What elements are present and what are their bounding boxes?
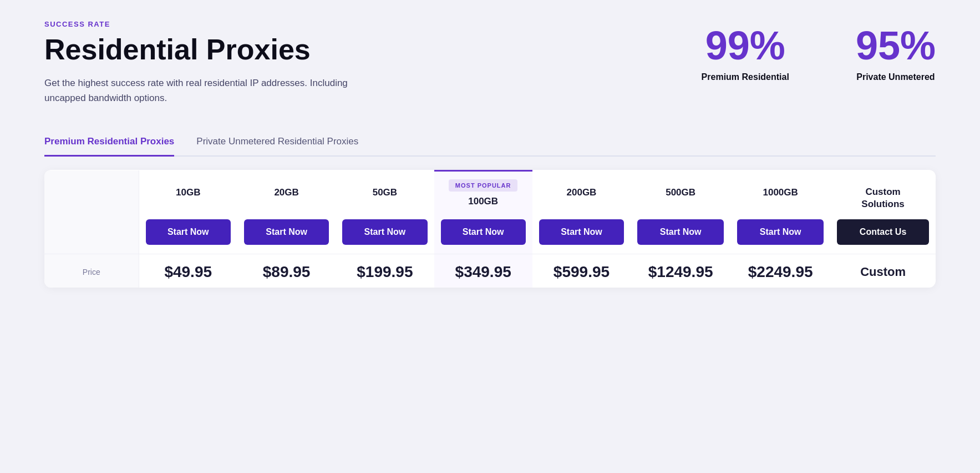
price-value-50gb: $199.95 bbox=[342, 263, 427, 281]
price-cell-custom: Custom bbox=[830, 254, 936, 288]
btn-cell-100gb: Start Now bbox=[434, 215, 532, 254]
gb-label-50: 50GB bbox=[336, 187, 434, 198]
tabs-section: Premium Residential Proxies Private Unme… bbox=[44, 128, 936, 157]
start-now-button-1000gb[interactable]: Start Now bbox=[737, 219, 824, 245]
col-100gb-header: MOST POPULAR 100GB bbox=[434, 170, 532, 215]
price-value-100gb: $349.95 bbox=[441, 263, 526, 281]
tab-premium-residential[interactable]: Premium Residential Proxies bbox=[44, 128, 174, 157]
gb-label-100: 100GB bbox=[434, 196, 532, 207]
pricing-section: 10GB 20GB 50GB MOST POPULAR 100GB 200GB bbox=[44, 170, 936, 288]
price-cell-500gb: $1249.95 bbox=[631, 254, 730, 288]
button-row: Start Now Start Now Start Now Start Now … bbox=[44, 215, 936, 254]
left-content: SUCCESS RATE Residential Proxies Get the… bbox=[44, 20, 388, 106]
price-cell-100gb: $349.95 bbox=[434, 254, 532, 288]
gb-label-10: 10GB bbox=[139, 187, 237, 198]
custom-label: Custom Solutions bbox=[830, 170, 936, 215]
price-value-20gb: $89.95 bbox=[244, 263, 329, 281]
page-description: Get the highest success rate with real r… bbox=[44, 76, 388, 105]
tabs-list: Premium Residential Proxies Private Unme… bbox=[44, 128, 936, 155]
price-row-label: Price bbox=[44, 254, 139, 288]
btn-cell-10gb: Start Now bbox=[139, 215, 237, 254]
first-col-header bbox=[44, 170, 139, 215]
pricing-table: 10GB 20GB 50GB MOST POPULAR 100GB 200GB bbox=[44, 170, 936, 288]
gb-label-1000: 1000GB bbox=[730, 187, 830, 198]
start-now-button-10gb[interactable]: Start Now bbox=[146, 219, 231, 245]
col-10gb-header: 10GB bbox=[139, 170, 237, 215]
first-col-btn bbox=[44, 215, 139, 254]
stats-section: 99% Premium Residential 95% Private Unme… bbox=[702, 20, 936, 82]
price-value-200gb: $599.95 bbox=[539, 263, 624, 281]
success-rate-label: SUCCESS RATE bbox=[44, 20, 388, 28]
top-section: SUCCESS RATE Residential Proxies Get the… bbox=[44, 20, 936, 106]
stat-label-private: Private Unmetered bbox=[856, 72, 936, 82]
stat-private-unmetered: 95% Private Unmetered bbox=[856, 26, 936, 82]
btn-cell-custom: Contact Us bbox=[830, 215, 936, 254]
price-cell-1000gb: $2249.95 bbox=[730, 254, 830, 288]
btn-cell-200gb: Start Now bbox=[532, 215, 631, 254]
price-row: Price $49.95 $89.95 $199.95 $349.95 $599… bbox=[44, 254, 936, 288]
contact-us-button[interactable]: Contact Us bbox=[837, 219, 929, 245]
price-cell-20gb: $89.95 bbox=[237, 254, 336, 288]
most-popular-badge: MOST POPULAR bbox=[449, 179, 518, 192]
btn-cell-1000gb: Start Now bbox=[730, 215, 830, 254]
stat-premium-residential: 99% Premium Residential bbox=[702, 26, 789, 82]
col-20gb-header: 20GB bbox=[237, 170, 336, 215]
price-value-1000gb: $2249.95 bbox=[737, 263, 824, 281]
col-custom-header: Custom Solutions bbox=[830, 170, 936, 215]
price-value-custom: Custom bbox=[837, 265, 929, 279]
start-now-button-500gb[interactable]: Start Now bbox=[637, 219, 724, 245]
start-now-button-50gb[interactable]: Start Now bbox=[342, 219, 427, 245]
stat-label-premium: Premium Residential bbox=[702, 72, 789, 82]
start-now-button-200gb[interactable]: Start Now bbox=[539, 219, 624, 245]
btn-cell-500gb: Start Now bbox=[631, 215, 730, 254]
btn-cell-20gb: Start Now bbox=[237, 215, 336, 254]
page-wrapper: SUCCESS RATE Residential Proxies Get the… bbox=[0, 0, 980, 473]
col-500gb-header: 500GB bbox=[631, 170, 730, 215]
stat-number-private: 95% bbox=[856, 26, 936, 66]
stat-number-premium: 99% bbox=[702, 26, 789, 66]
header-row-gb: 10GB 20GB 50GB MOST POPULAR 100GB 200GB bbox=[44, 170, 936, 215]
tab-private-unmetered[interactable]: Private Unmetered Residential Proxies bbox=[196, 128, 358, 157]
btn-cell-50gb: Start Now bbox=[336, 215, 434, 254]
col-50gb-header: 50GB bbox=[336, 170, 434, 215]
price-cell-10gb: $49.95 bbox=[139, 254, 237, 288]
gb-label-200: 200GB bbox=[532, 187, 631, 198]
col-1000gb-header: 1000GB bbox=[730, 170, 830, 215]
col-200gb-header: 200GB bbox=[532, 170, 631, 215]
price-cell-200gb: $599.95 bbox=[532, 254, 631, 288]
price-value-500gb: $1249.95 bbox=[637, 263, 724, 281]
price-cell-50gb: $199.95 bbox=[336, 254, 434, 288]
gb-label-20: 20GB bbox=[237, 187, 336, 198]
start-now-button-20gb[interactable]: Start Now bbox=[244, 219, 329, 245]
start-now-button-100gb[interactable]: Start Now bbox=[441, 219, 526, 245]
gb-label-500: 500GB bbox=[631, 187, 730, 198]
page-title: Residential Proxies bbox=[44, 34, 388, 66]
price-value-10gb: $49.95 bbox=[146, 263, 231, 281]
